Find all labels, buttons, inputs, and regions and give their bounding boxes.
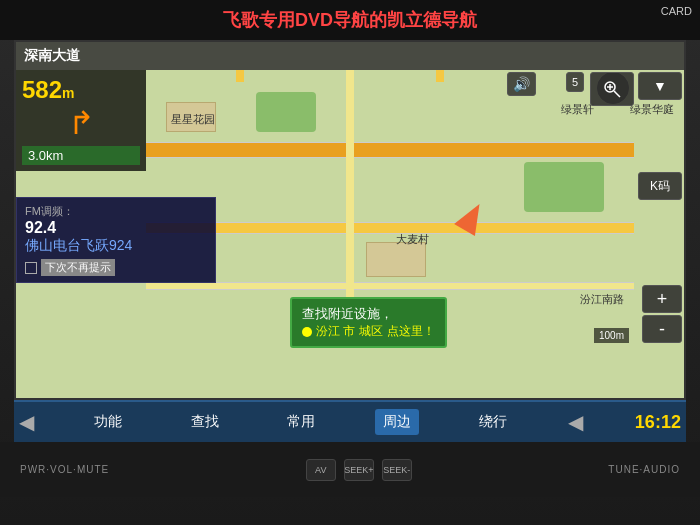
road-name: 深南大道 [24,47,80,65]
seek-minus-btn[interactable]: SEEK- [382,459,412,481]
menu-item-func[interactable]: 功能 [86,409,130,435]
scale-bar: 100m [594,328,629,343]
road-h1 [146,142,634,158]
green-area2 [524,162,604,212]
device-bottom: PWR·VOL·MUTE AV SEEK+ SEEK- TUNE·AUDIO [0,442,700,497]
map-label-village: 大麦村 [396,232,429,247]
forward-arrow-icon[interactable]: ◀ [568,410,583,434]
search-area-text: 汾江 市 城区 [316,323,383,340]
pwr-vol-label: PWR·VOL·MUTE [20,464,109,475]
time-display: 16:12 [635,412,681,433]
map-label-lj: 绿景轩 [561,102,594,117]
search-popup-sub: 汾江 市 城区 点这里！ [302,323,435,340]
zoom-in-btn[interactable]: + [642,285,682,313]
nav-top-bar: 深南大道 [16,42,684,70]
bottom-menu: ◀ 功能 查找 常用 周边 绕行 ◀ 16:12 [14,400,686,442]
fm-label: FM调频： [25,204,207,219]
tune-audio-label: TUNE·AUDIO [608,464,680,475]
search-popup-title: 查找附近设施， [302,305,435,323]
map-label-ljht: 绿景华庭 [630,102,674,117]
zoom-out-btn[interactable]: - [642,315,682,343]
top-bar: CARD 飞歌专用DVD导航的凯立德导航 [0,0,700,40]
menu-item-detour[interactable]: 绕行 [471,409,515,435]
search-click-text[interactable]: 点这里！ [387,323,435,340]
road-h3 [146,282,634,290]
distance-panel: 582m ↱ 3.0km [16,70,146,171]
top-title: 飞歌专用DVD导航的凯立德导航 [10,8,690,32]
building2 [366,242,426,277]
card-label: CARD [661,5,692,17]
map-label-garden: 星星花园 [171,112,215,127]
menu-item-search[interactable]: 查找 [183,409,227,435]
menu-item-common[interactable]: 常用 [279,409,323,435]
zoom-control-btn[interactable] [590,72,634,106]
road-v1 [236,70,244,82]
k-code-btn[interactable]: K码 [638,172,682,200]
search-nearby-popup[interactable]: 查找附近设施， 汾江 市 城区 点这里！ [290,297,447,348]
device-btn-group: AV SEEK+ SEEK- [306,459,412,481]
fm-station: 佛山电台飞跃924 [25,237,207,255]
fm-frequency: 92.4 [25,219,207,237]
zoom-ctrl-icon [602,79,622,99]
distance-value: 582m [22,76,140,104]
menu-item-nearby[interactable]: 周边 [375,409,419,435]
no-remind-text[interactable]: 下次不再提示 [41,259,115,276]
device-frame: CARD 飞歌专用DVD导航的凯立德导航 星星花园 大麦村 绿景轩 绿景华庭 汾… [0,0,700,525]
back-arrow-icon[interactable]: ◀ [19,410,34,434]
seek-plus-btn[interactable]: SEEK+ [344,459,374,481]
green-area1 [256,92,316,132]
road-h2 [146,222,634,234]
no-remind-row: 下次不再提示 [25,259,207,276]
svg-line-1 [614,91,620,97]
turn-arrow-icon: ↱ [22,104,140,142]
fm-panel: FM调频： 92.4 佛山电台飞跃924 下次不再提示 [16,197,216,283]
av-btn[interactable]: AV [306,459,336,481]
map-dropdown-btn[interactable]: ▼ [638,72,682,100]
screen: 星星花园 大麦村 绿景轩 绿景华庭 汾江南路 Ai 深南大道 582m ↱ 3.… [14,40,686,400]
speed-indicator: 5 [566,72,584,92]
no-remind-checkbox[interactable] [25,262,37,274]
distance-km: 3.0km [22,146,140,165]
map-label-road: 汾江南路 [580,292,624,307]
yellow-dot-icon [302,327,312,337]
sound-icon[interactable]: 🔊 [507,72,536,96]
road-v3 [436,70,444,82]
zoom-buttons: + - [642,285,682,343]
